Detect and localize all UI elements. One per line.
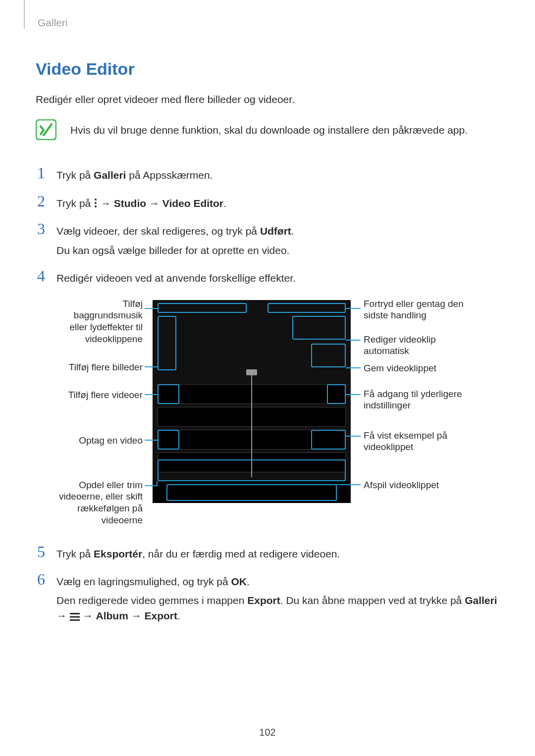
svg-rect-0 [36,120,56,140]
callout-box-split [158,459,346,481]
step-number: 5 [36,544,47,559]
text: på Appsskærmen. [126,169,213,181]
label-add-videos: Tilføj flere videoer [55,389,143,401]
callout-box-add-images [158,316,176,370]
text: Vælg videoer, der skal redigeres, og try… [56,225,260,237]
text-bold: Export [145,610,178,621]
arrow: → [56,610,70,621]
text-bold: Eksportér [94,548,142,559]
text: Tryk på [56,548,94,559]
step-body: Tryk på → Studio → Video Editor. [56,193,499,211]
manual-page: Galleri Video Editor Redigér eller opret… [0,0,535,756]
arrow: → [128,610,145,621]
text: Den redigerede video gemmes i mappen [56,595,247,606]
page-title: Video Editor [36,59,499,79]
label-auto: Rediger videoklip automatisk [364,334,482,357]
lead-line [145,308,158,309]
label-add-images: Tilføj flere billeder [55,361,143,373]
arrow: → [98,198,114,209]
svg-point-3 [95,205,97,207]
callout-box-music [158,303,247,313]
text-bold: Galleri [465,595,497,606]
arrow: → [146,198,162,209]
header-rule [24,0,25,29]
arrow: → [80,610,96,621]
step-number: 1 [36,165,47,181]
step-5: 5 Tryk på Eksportér, når du er færdig me… [36,544,499,561]
text-bold: Album [96,610,128,621]
callout-box-save [311,344,346,367]
step-number: 4 [36,268,47,284]
step-body: Tryk på Galleri på Appsskærmen. [56,165,499,183]
svg-rect-6 [70,619,80,621]
text-bold: Export [247,595,280,606]
text-bold: Video Editor [162,198,223,209]
step-number: 6 [36,571,47,587]
note: Hvis du vil bruge denne funktion, skal d… [36,119,499,140]
text: . [177,610,180,621]
note-icon [36,119,56,140]
label-record: Optag en video [55,435,143,447]
step-number: 2 [36,193,47,209]
text: Du kan også vælge billeder for at oprett… [56,243,499,258]
step-body: Vælg videoer, der skal redigeres, og try… [56,221,499,258]
lead-line [145,485,158,486]
callout-box-preview [311,430,346,450]
label-split: Opdel eller trim videoerne, eller skift … [55,479,143,526]
text: , når du er færdig med at redigere video… [142,548,340,559]
breadcrumb: Galleri [38,17,499,29]
text: . [291,225,294,237]
more-icon [94,198,98,208]
text-bold: Udført [260,225,291,237]
lead-line [346,436,361,437]
label-undo: Fortryd eller gentag den sidste handling [364,298,482,322]
label-play: Afspil videoklippet [364,479,482,491]
text: Redigér videoen ved at anvende forskelli… [56,271,499,286]
lead-line [346,394,361,395]
text: . Du kan åbne mappen ved at trykke på [280,595,465,606]
annotated-diagram: Tilføj baggrundsmusik eller lydeffekter … [55,296,499,529]
lead-line [337,484,361,485]
label-preview: Få vist eksempel på videoklippet [364,430,482,454]
step-6: 6 Vælg en lagringsmulighed, og tryk på O… [36,571,499,623]
lead-line [157,481,158,486]
step-body: Tryk på Eksportér, når du er færdig med … [56,544,499,561]
svg-rect-4 [70,613,80,614]
svg-point-1 [95,199,97,201]
svg-point-2 [95,202,97,204]
lead-line [145,394,158,395]
lead-line [145,440,158,441]
step-3: 3 Vælg videoer, der skal redigeres, og t… [36,221,499,258]
lead-line [145,366,158,367]
page-number: 102 [0,727,535,738]
step-body: Vælg en lagringsmulighed, og tryk på OK.… [56,571,499,623]
lead-line [346,340,361,341]
step-4: 4 Redigér videoen ved at anvende forskel… [36,268,499,286]
text-bold: Studio [114,198,146,209]
text: Tryk på [56,169,94,181]
callout-box-undo [268,303,346,313]
callout-box-record [158,430,179,450]
text: Vælg en lagringsmulighed, og tryk på [56,576,231,587]
text: . [223,198,226,209]
step-2: 2 Tryk på → Studio → Video Editor. [36,193,499,211]
text: . [247,576,250,587]
callout-box-add-videos [158,384,179,404]
svg-rect-5 [70,616,80,617]
label-save: Gem videoklippet [364,362,482,374]
menu-icon [70,612,80,621]
text: Tryk på [56,198,94,209]
callout-box-more [327,384,346,404]
step-body: Redigér videoen ved at anvende forskelli… [56,268,499,286]
callout-box-play [166,484,337,501]
step-1: 1 Tryk på Galleri på Appsskærmen. [36,165,499,183]
text-bold: Galleri [94,169,126,181]
intro-text: Redigér eller opret videoer med flere bi… [36,93,499,106]
lead-line [346,367,361,368]
note-text: Hvis du vil bruge denne funktion, skal d… [70,119,468,137]
step-number: 3 [36,221,47,237]
label-more: Få adgang til yderligere indstillinger [364,388,482,412]
text-bold: OK [231,576,247,587]
lead-line [346,308,361,309]
callout-box-auto [292,316,346,340]
